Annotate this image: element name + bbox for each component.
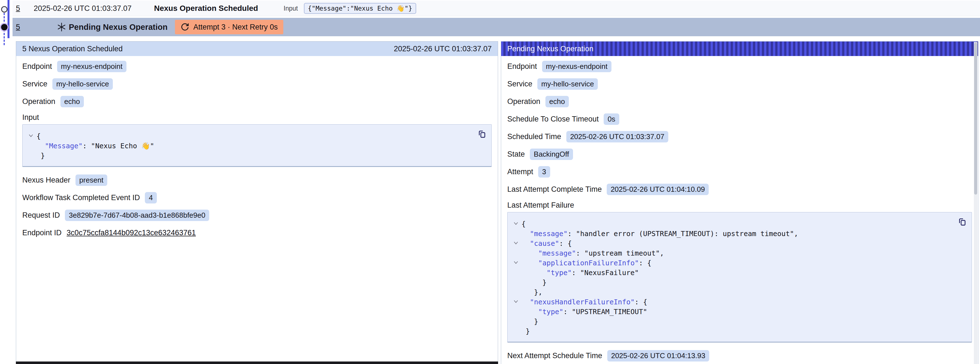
input-json-lines: {"Message": "Nexus Echo 👋"} <box>27 131 469 161</box>
field-label: State <box>507 150 525 159</box>
pending-operation-card: Pending Nexus Operation Endpointmy-nexus… <box>501 41 978 364</box>
detail-row: Endpointmy-nexus-endpoint <box>507 58 972 75</box>
detail-row: Operationecho <box>507 93 972 110</box>
json-line: }, <box>511 287 949 297</box>
collapse-chevron-icon[interactable] <box>514 221 518 226</box>
event-title: Nexus Operation Scheduled <box>154 4 258 13</box>
field-value-badge: echo <box>60 96 84 107</box>
pending-card-title: Pending Nexus Operation <box>507 45 593 53</box>
field-label: Endpoint <box>507 62 537 71</box>
event-id-link[interactable]: 5 <box>16 4 20 13</box>
field-value-badge: my-nexus-endpoint <box>57 61 126 72</box>
json-line: "applicationFailureInfo": { <box>511 258 949 268</box>
json-line: "nexusHandlerFailureInfo": { <box>511 297 949 307</box>
detail-row: Servicemy-hello-service <box>22 75 492 93</box>
json-line: { <box>27 131 469 141</box>
next-section-edge <box>16 361 498 364</box>
field-value-badge: my-hello-service <box>52 78 113 90</box>
retry-status-badge: Attempt 3 · Next Retry 0s <box>175 20 283 34</box>
pending-fields: Endpointmy-nexus-endpointServicemy-hello… <box>507 58 972 198</box>
json-line: { <box>511 219 949 229</box>
json-line: "message": "handler error (UPSTREAM_TIME… <box>511 229 949 239</box>
json-line: "cause": { <box>511 239 949 248</box>
pending-asterisk-icon <box>57 22 67 32</box>
detail-row: Next Attempt Schedule Time2025-02-26 UTC… <box>507 347 972 364</box>
detail-row: Nexus Headerpresent <box>22 171 492 189</box>
field-label: Service <box>22 80 47 88</box>
field-value-badge: 4 <box>145 192 157 203</box>
detail-row: Scheduled Time2025-02-26 UTC 01:03:37.07 <box>507 128 972 145</box>
json-line: "message": "upstream timeout", <box>511 248 949 258</box>
field-value-link[interactable]: 3c0c75ccfa8144b092c13ce632463761 <box>67 228 196 237</box>
card-scrollbar[interactable] <box>974 42 977 364</box>
field-label: Request ID <box>22 211 60 220</box>
field-value-badge: 3 <box>538 166 550 177</box>
event-input-label: Input <box>283 5 298 12</box>
detail-row: Last Attempt Complete Time2025-02-26 UTC… <box>507 180 972 198</box>
timeline-node-current-icon[interactable] <box>1 24 8 30</box>
field-label: Endpoint ID <box>22 228 62 237</box>
field-value-badge: my-hello-service <box>537 78 598 90</box>
detail-row: Workflow Task Completed Event ID4 <box>22 189 492 206</box>
event-detail-header: 5 Nexus Operation Scheduled 2025-02-26 U… <box>16 42 498 56</box>
failure-block-label: Last Attempt Failure <box>507 198 972 212</box>
json-line: "Message": "Nexus Echo 👋" <box>27 141 469 151</box>
detail-row: Schedule To Close Timeout0s <box>507 110 972 128</box>
field-label: Workflow Task Completed Event ID <box>22 193 140 202</box>
detail-row: Request ID3e829b7e-7d67-4b08-aad3-b1e868… <box>22 206 492 224</box>
scrollbar-thumb[interactable] <box>974 43 977 195</box>
input-block-label: Input <box>22 110 492 124</box>
field-label: Attempt <box>507 168 533 176</box>
collapse-chevron-icon[interactable] <box>29 134 33 138</box>
pending-id-link[interactable]: 5 <box>16 23 20 32</box>
field-value-badge: 2025-02-26 UTC 01:03:37.07 <box>566 131 668 142</box>
retry-badge-text: Attempt 3 · Next Retry 0s <box>193 23 278 32</box>
field-label: Operation <box>22 97 56 106</box>
json-line: } <box>511 326 949 336</box>
json-line: "type": "NexusFailure" <box>511 268 949 278</box>
field-value-badge: 2025-02-26 UTC 01:04:10.09 <box>607 184 709 195</box>
collapse-chevron-icon[interactable] <box>514 299 518 304</box>
field-value-badge: BackingOff <box>530 148 573 160</box>
pending-card-header: Pending Nexus Operation <box>501 42 978 56</box>
field-value-badge: echo <box>546 96 569 107</box>
failure-json-lines: {"message": "handler error (UPSTREAM_TIM… <box>511 219 949 336</box>
detail-row: Endpoint ID3c0c75ccfa8144b092c13ce632463… <box>22 224 492 242</box>
copy-icon[interactable] <box>957 217 967 226</box>
detail-fields-bottom: Nexus HeaderpresentWorkflow Task Complet… <box>22 171 492 242</box>
copy-icon[interactable] <box>477 129 486 139</box>
json-line: } <box>511 317 949 326</box>
detail-fields-top: Endpointmy-nexus-endpointServicemy-hello… <box>22 58 492 110</box>
input-json-viewer: {"Message": "Nexus Echo 👋"} <box>22 124 492 167</box>
detail-row: Attempt3 <box>507 163 972 180</box>
event-detail-time: 2025-02-26 UTC 01:03:37.07 <box>394 45 492 53</box>
event-history-row[interactable]: 5 2025-02-26 UTC 01:03:37.07 Nexus Opera… <box>13 0 980 16</box>
field-label: Endpoint <box>22 62 52 71</box>
collapse-chevron-icon[interactable] <box>514 260 518 265</box>
detail-row: StateBackingOff <box>507 145 972 163</box>
pending-operation-row[interactable]: 5 Pending Nexus Operation Attempt 3 · Ne… <box>13 18 980 36</box>
json-line: } <box>27 151 469 161</box>
pending-title: Pending Nexus Operation <box>69 22 168 32</box>
json-line: } <box>511 278 949 287</box>
field-label: Operation <box>507 97 541 106</box>
collapse-chevron-icon[interactable] <box>514 241 518 245</box>
pending-fields-bottom: Next Attempt Schedule Time2025-02-26 UTC… <box>507 347 972 364</box>
event-detail-title: 5 Nexus Operation Scheduled <box>22 45 123 53</box>
field-label: Last Attempt Complete Time <box>507 185 602 194</box>
field-value-badge: present <box>75 174 108 186</box>
retry-icon <box>180 22 189 32</box>
field-value-badge: 2025-02-26 UTC 01:04:13.93 <box>607 350 709 361</box>
json-line: "type": "UPSTREAM_TIMEOUT" <box>511 307 949 317</box>
event-timestamp: 2025-02-26 UTC 01:03:37.07 <box>34 4 132 13</box>
timeline-active-bar <box>8 0 10 38</box>
field-label: Schedule To Close Timeout <box>507 115 599 123</box>
timeline-node-open-icon[interactable] <box>1 6 8 13</box>
detail-row: Endpointmy-nexus-endpoint <box>22 58 492 75</box>
field-value-badge: my-nexus-endpoint <box>542 61 611 72</box>
event-input-preview-chip[interactable]: {"Message":"Nexus Echo 👋"} <box>304 3 416 14</box>
detail-row: Operationecho <box>22 93 492 110</box>
detail-row: Servicemy-hello-service <box>507 75 972 93</box>
field-label: Scheduled Time <box>507 133 561 141</box>
field-label: Service <box>507 80 532 88</box>
